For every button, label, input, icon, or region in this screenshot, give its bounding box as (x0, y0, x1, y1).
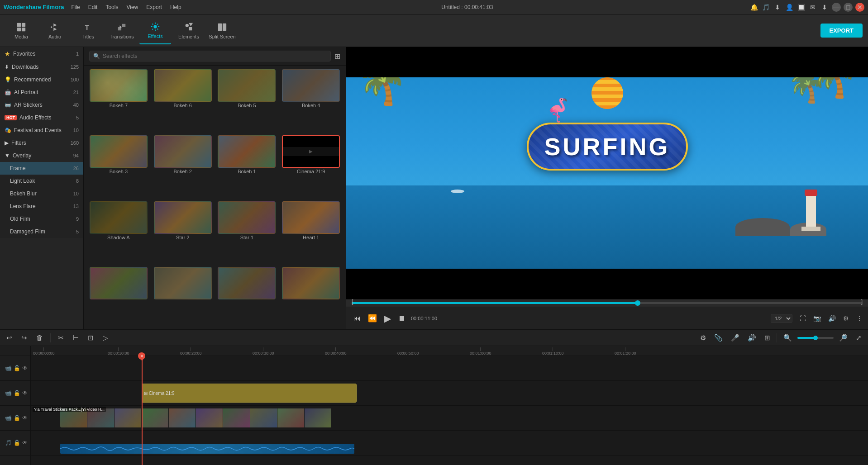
sidebar-item-light-leak[interactable]: Light Leak 8 (0, 175, 83, 187)
track3-lock-icon[interactable]: 🔓 (14, 415, 20, 421)
effect-bokeh3[interactable]: Bokeh 3 (87, 135, 150, 199)
message-icon[interactable]: ✉ (808, 3, 817, 12)
effects-search-box[interactable]: 🔍 (89, 51, 331, 62)
effect-bokeh5[interactable]: Bokeh 5 (216, 69, 278, 133)
effect-row3b[interactable] (152, 267, 214, 326)
download-icon[interactable]: ⬇ (773, 3, 782, 12)
track2-video-icon[interactable]: 📹 (5, 390, 12, 396)
upgrade-icon[interactable]: 🔲 (796, 3, 806, 12)
stop-button[interactable]: ⏹ (396, 313, 407, 324)
sidebar-item-damaged-film[interactable]: Damaged Film 5 (0, 225, 83, 238)
music-icon[interactable]: 🎵 (761, 3, 770, 12)
delete-button[interactable]: 🗑 (33, 332, 46, 343)
zoom-in-button[interactable]: 🔎 (836, 332, 850, 343)
toolbar-effects[interactable]: Effects (139, 17, 171, 44)
search-input[interactable] (103, 53, 327, 59)
user-icon[interactable]: 👤 (785, 3, 794, 12)
track1-eye-icon[interactable]: 👁 (22, 365, 28, 371)
sidebar-item-ar-stickers[interactable]: 🥽 AR Stickers 40 (0, 99, 83, 111)
track4-eye-icon[interactable]: 👁 (22, 440, 28, 446)
ratio-select[interactable]: 1/2 1/1 Full (771, 314, 792, 323)
zoom-out-button[interactable]: 🔍 (781, 332, 795, 343)
fullscreen-icon[interactable]: ⛶ (800, 315, 806, 322)
notification-icon[interactable]: 🔔 (749, 3, 758, 12)
split-screen-button[interactable]: ⊞ (762, 332, 773, 343)
preview-progress-thumb[interactable] (635, 300, 640, 306)
zoom-thumb[interactable] (813, 336, 818, 340)
grid-view-icon[interactable]: ⊞ (334, 52, 340, 61)
effect-star1[interactable]: Star 1 (216, 201, 278, 266)
export-button[interactable]: EXPORT (820, 24, 863, 38)
effect-heart1[interactable]: Heart 1 (280, 201, 342, 266)
effect-cinema219[interactable]: ▶ Cinema 21:9 (280, 135, 342, 199)
clip-button[interactable]: 📎 (711, 332, 725, 343)
menu-tools[interactable]: Tools (102, 3, 122, 11)
menu-edit[interactable]: Edit (85, 3, 101, 11)
minimize-button[interactable]: — (832, 3, 841, 12)
menu-file[interactable]: File (67, 3, 83, 11)
sidebar-item-filters[interactable]: ▶ Filters 160 (0, 137, 83, 149)
track1-video-icon[interactable]: 📹 (5, 365, 12, 371)
effect-row3c[interactable] (216, 267, 278, 326)
sidebar-item-downloads[interactable]: ⬇ Downloads 125 (0, 61, 83, 73)
cinema-clip[interactable]: ⊞ Cinema 21:9 (142, 384, 357, 403)
track3-video-icon[interactable]: 📹 (5, 415, 12, 421)
titlebar-controls[interactable]: 🔔 🎵 ⬇ 👤 🔲 ✉ ⬇ — □ ✕ (749, 3, 864, 12)
effect-bokeh2[interactable]: Bokeh 2 (152, 135, 214, 199)
toolbar-media[interactable]: Media (5, 17, 37, 44)
track3-eye-icon[interactable]: 👁 (22, 415, 28, 421)
effect-shadow-a[interactable]: Shadow A (87, 201, 150, 266)
zoom-slider[interactable] (797, 337, 834, 339)
cut-button[interactable]: ✂ (55, 332, 67, 343)
effect-row3a[interactable] (87, 267, 150, 326)
effect-bokeh1[interactable]: Bokeh 1 (216, 135, 278, 199)
track2-eye-icon[interactable]: 👁 (22, 390, 28, 396)
preview-progress-bar[interactable]: [ ] (346, 299, 868, 307)
preview-progress-track[interactable]: [ ] (352, 302, 863, 304)
sidebar-item-overlay[interactable]: ▼ Overlay 94 (0, 149, 83, 162)
menu-help[interactable]: Help (167, 3, 185, 11)
effect-bokeh6[interactable]: Bokeh 6 (152, 69, 214, 133)
timeline-scroll-area[interactable]: 00:00:00:00 00:00:10:00 00:00:20:00 00:0… (31, 346, 868, 465)
sidebar-item-frame[interactable]: Frame 26 (0, 162, 83, 175)
split-button[interactable]: ⊢ (70, 332, 81, 343)
track4-lock-icon[interactable]: 🔓 (14, 440, 20, 446)
track1-lock-icon[interactable]: 🔓 (14, 365, 20, 371)
toolbar-titles[interactable]: T Titles (72, 17, 104, 44)
undo-button[interactable]: ↩ (4, 332, 15, 343)
close-button[interactable]: ✕ (855, 3, 864, 12)
fit-button[interactable]: ⤢ (853, 332, 864, 343)
arrow-icon[interactable]: ⬇ (820, 3, 829, 12)
mic-button[interactable]: 🎤 (728, 332, 742, 343)
toolbar-audio[interactable]: Audio (39, 17, 71, 44)
step-back-button[interactable]: ⏪ (366, 312, 379, 324)
sidebar-item-favorites[interactable]: ★ Favorites 1 (0, 47, 83, 61)
toolbar-split-screen[interactable]: Split Screen (206, 17, 238, 44)
sidebar-item-ai-portrait[interactable]: 🤖 AI Portrait 21 (0, 86, 83, 99)
crop-button[interactable]: ⊡ (85, 332, 96, 343)
audio-track-button[interactable]: 🔊 (745, 332, 759, 343)
settings-icon[interactable]: ⚙ (843, 315, 849, 322)
menu-export[interactable]: Export (143, 3, 166, 11)
effect-bokeh7[interactable]: Bokeh 7 (87, 69, 150, 133)
snapshot-icon[interactable]: 📷 (813, 315, 821, 322)
menu-bar[interactable]: File Edit Tools View Export Help (67, 3, 185, 11)
motion-button[interactable]: ▷ (100, 332, 111, 343)
track2-lock-icon[interactable]: 🔓 (14, 390, 20, 396)
redo-button[interactable]: ↪ (19, 332, 30, 343)
magnet-button[interactable]: ⚙ (697, 332, 709, 343)
toolbar-transitions[interactable]: Transitions (106, 17, 138, 44)
audio-clip[interactable] (60, 444, 354, 454)
maximize-button[interactable]: □ (844, 3, 853, 12)
effect-bokeh4[interactable]: Bokeh 4 (280, 69, 342, 133)
track4-audio-icon[interactable]: 🎵 (5, 440, 12, 446)
menu-view[interactable]: View (123, 3, 142, 11)
sidebar-item-old-film[interactable]: Old Film 9 (0, 213, 83, 225)
effect-row3d[interactable] (280, 267, 342, 326)
playhead-marker[interactable] (138, 352, 145, 360)
sidebar-item-lens-flare[interactable]: Lens Flare 13 (0, 200, 83, 213)
sidebar-item-festival-events[interactable]: 🎭 Festival and Events 10 (0, 124, 83, 137)
play-button[interactable]: ▶ (382, 311, 393, 326)
sidebar-item-audio-effects[interactable]: HOT Audio Effects 5 (0, 111, 83, 124)
effect-star2[interactable]: Star 2 (152, 201, 214, 266)
